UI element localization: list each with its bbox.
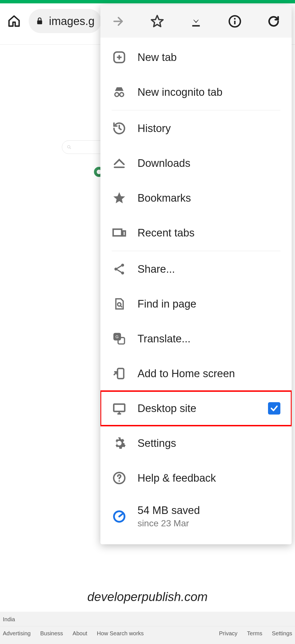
menu-saved-sub: since 23 Mar <box>138 518 200 529</box>
svg-line-2 <box>70 148 71 149</box>
reload-button[interactable] <box>266 13 282 29</box>
footer-settings[interactable]: Settings <box>272 630 292 637</box>
footer-business[interactable]: Business <box>40 630 63 637</box>
svg-text:G: G <box>115 334 118 339</box>
menu-history[interactable]: History <box>100 111 292 146</box>
menu-translate-label: Translate... <box>138 333 280 345</box>
menu-desktop-site-label: Desktop site <box>138 402 268 415</box>
download-icon <box>190 15 202 28</box>
find-in-page-icon <box>112 296 127 311</box>
recent-tabs-icon <box>112 225 127 240</box>
menu-help-label: Help & feedback <box>138 472 280 484</box>
info-button[interactable] <box>227 13 243 29</box>
menu-incognito-label: New incognito tab <box>138 86 280 98</box>
footer-advertising[interactable]: Advertising <box>3 630 31 637</box>
menu-find-in-page[interactable]: Find in page <box>100 286 292 321</box>
svg-marker-4 <box>151 15 163 27</box>
status-bar <box>0 0 295 3</box>
menu-downloads-label: Downloads <box>138 157 280 169</box>
svg-point-13 <box>120 93 124 97</box>
menu-new-tab[interactable]: New tab <box>100 40 292 75</box>
url-text: images.g <box>49 15 94 28</box>
watermark-text: developerpublish.com <box>0 590 295 604</box>
menu-find-label: Find in page <box>138 298 280 310</box>
svg-line-22 <box>117 266 121 268</box>
menu-settings[interactable]: Settings <box>100 426 292 461</box>
forward-icon <box>112 15 125 28</box>
check-icon <box>270 404 278 413</box>
incognito-icon <box>112 85 127 100</box>
menu-history-label: History <box>138 122 280 135</box>
svg-rect-29 <box>118 368 124 379</box>
search-icon <box>67 145 72 150</box>
svg-rect-30 <box>114 404 125 411</box>
star-icon <box>150 14 164 28</box>
footer-about[interactable]: About <box>73 630 87 637</box>
url-bar[interactable]: images.g <box>29 9 101 33</box>
data-saver-icon <box>112 509 127 524</box>
menu-toolbar <box>100 5 292 38</box>
downloads-icon <box>112 156 127 171</box>
menu-desktop-site[interactable]: Desktop site <box>100 391 292 426</box>
menu-recent-tabs[interactable]: Recent tabs <box>100 215 292 250</box>
svg-point-8 <box>234 18 236 20</box>
menu-incognito[interactable]: New incognito tab <box>100 75 292 110</box>
bookmark-star-button[interactable] <box>149 13 165 29</box>
svg-rect-17 <box>113 229 121 236</box>
reload-icon <box>267 15 280 28</box>
translate-icon: G <box>112 331 127 346</box>
footer-terms[interactable]: Terms <box>247 630 262 637</box>
footer-country: India <box>0 612 295 626</box>
desktop-site-checkbox[interactable] <box>268 402 280 415</box>
add-home-icon <box>112 366 127 381</box>
footer-privacy[interactable]: Privacy <box>219 630 238 637</box>
menu-separator <box>112 251 280 251</box>
footer-how[interactable]: How Search works <box>97 630 144 637</box>
desktop-icon <box>112 401 127 416</box>
svg-point-12 <box>115 93 119 97</box>
menu-share[interactable]: Share... <box>100 252 292 286</box>
menu-separator <box>112 110 280 110</box>
svg-rect-0 <box>37 21 42 24</box>
menu-recent-tabs-label: Recent tabs <box>138 227 280 239</box>
history-icon <box>112 121 127 136</box>
download-button[interactable] <box>188 13 204 29</box>
menu-settings-label: Settings <box>138 437 280 449</box>
svg-line-23 <box>117 270 121 272</box>
lock-icon <box>35 16 44 26</box>
home-icon <box>7 14 21 28</box>
gear-icon <box>112 436 127 451</box>
help-icon <box>112 470 127 486</box>
svg-marker-16 <box>113 192 125 203</box>
plus-square-icon <box>112 50 127 65</box>
overflow-menu: New tab New incognito tab Hist <box>100 5 292 544</box>
menu-data-saved[interactable]: 54 MB saved since 23 Mar <box>100 495 292 538</box>
info-icon <box>228 14 242 28</box>
menu-add-home-label: Add to Home screen <box>138 368 280 380</box>
page-footer: India Advertising Business About How Sea… <box>0 612 295 644</box>
svg-line-36 <box>119 514 122 516</box>
menu-bookmarks[interactable]: Bookmarks <box>100 181 292 215</box>
svg-rect-5 <box>192 25 200 26</box>
menu-translate[interactable]: G Translate... <box>100 321 292 356</box>
svg-point-34 <box>119 480 120 482</box>
svg-point-1 <box>67 145 70 148</box>
menu-help[interactable]: Help & feedback <box>100 461 292 495</box>
share-icon <box>112 261 127 277</box>
bookmarks-star-icon <box>112 190 127 206</box>
home-button[interactable] <box>6 13 22 29</box>
forward-button[interactable] <box>111 13 126 29</box>
svg-line-25 <box>120 306 122 307</box>
menu-new-tab-label: New tab <box>138 51 280 63</box>
menu-downloads[interactable]: Downloads <box>100 146 292 181</box>
menu-add-home-screen[interactable]: Add to Home screen <box>100 356 292 391</box>
menu-saved-main: 54 MB saved <box>138 504 200 516</box>
menu-share-label: Share... <box>138 263 280 275</box>
svg-rect-18 <box>123 231 125 236</box>
menu-bookmarks-label: Bookmarks <box>138 192 280 204</box>
